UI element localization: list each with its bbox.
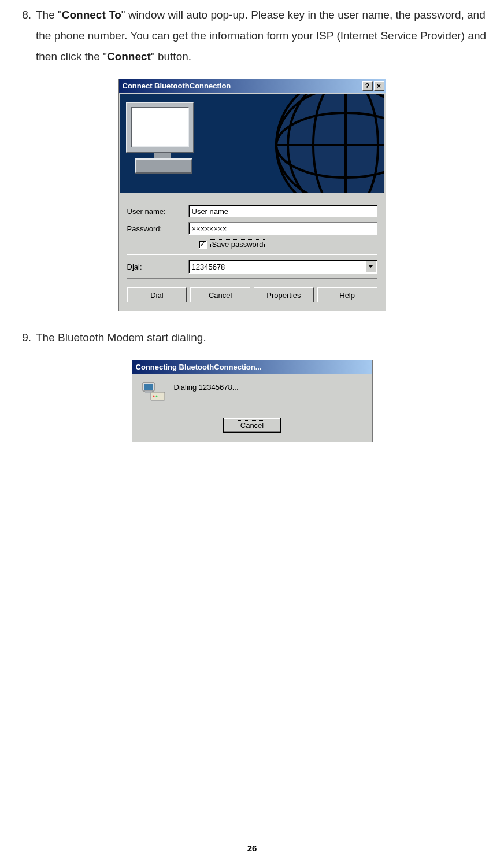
dial-label: Dial:: [127, 263, 188, 271]
step-number: 8.: [17, 5, 36, 67]
banner-image: [120, 94, 384, 193]
help-icon[interactable]: ?: [362, 81, 373, 91]
page-number: 26: [17, 836, 487, 860]
step-9: 9. The Bluetooth Modem start dialing.: [17, 327, 487, 348]
close-icon[interactable]: ×: [374, 81, 384, 91]
save-password-label: Save password: [210, 239, 265, 249]
step-text: The Bluetooth Modem start dialing.: [36, 327, 487, 348]
chevron-down-icon[interactable]: [366, 261, 376, 272]
separator: [127, 254, 377, 255]
save-password-checkbox[interactable]: ✓: [199, 241, 207, 249]
svg-point-13: [153, 396, 154, 397]
password-label: Password:: [127, 224, 188, 233]
titlebar: Connect BluetoothConnection ? ×: [119, 79, 386, 93]
svg-point-14: [155, 396, 157, 397]
password-input[interactable]: ××××××××: [188, 222, 377, 235]
cancel-button[interactable]: Cancel: [223, 418, 281, 433]
step-number: 9.: [17, 327, 36, 348]
help-button[interactable]: Help: [317, 287, 377, 302]
window-title: Connecting BluetoothConnection...: [136, 363, 371, 371]
username-input[interactable]: User name: [188, 205, 377, 217]
globe-icon: [273, 94, 384, 193]
window-title: Connect BluetoothConnection: [123, 82, 361, 90]
dial-button[interactable]: Dial: [127, 287, 187, 302]
modem-icon: [140, 382, 166, 405]
svg-marker-8: [368, 265, 373, 268]
connecting-dialog: Connecting BluetoothConnection... Dialin…: [132, 360, 373, 442]
step-text: The "Connect To" window will auto pop-up…: [36, 5, 487, 67]
username-label: User name:: [127, 207, 188, 216]
monitor-icon: [126, 102, 194, 160]
dial-value: 12345678: [189, 260, 365, 273]
connect-dialog: Connect BluetoothConnection ? ×: [118, 79, 386, 311]
svg-rect-10: [144, 384, 153, 390]
step-8: 8. The "Connect To" window will auto pop…: [17, 5, 487, 67]
dial-combobox[interactable]: 12345678: [188, 260, 377, 274]
separator: [127, 278, 377, 279]
cancel-button[interactable]: Cancel: [190, 287, 250, 302]
status-text: Dialing 12345678...: [174, 382, 239, 392]
titlebar: Connecting BluetoothConnection...: [132, 360, 372, 374]
properties-button[interactable]: Properties: [254, 287, 314, 302]
